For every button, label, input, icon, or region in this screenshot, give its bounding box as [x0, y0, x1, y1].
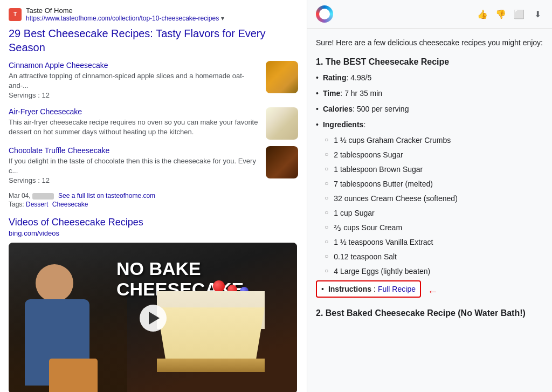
see-full-link[interactable]: See a full list on tasteofhome.com — [58, 192, 155, 200]
bullet-dot: • — [316, 119, 319, 130]
recipe-info: Chocolate Truffle Cheesecake If you deli… — [9, 146, 260, 186]
recipe-desc: This air-fryer cheesecake recipe require… — [9, 118, 260, 137]
ingredient-item: ○ ⅔ cups Sour Cream — [325, 222, 543, 233]
sub-dot: ○ — [325, 222, 328, 232]
chat-header: 👍 👎 ⬜ ⬇ — [307, 0, 552, 29]
ingredient-text: 4 Large Eggs (lightly beaten) — [334, 266, 430, 277]
meta-line: Mar 04, See a full list on tasteofhome.c… — [9, 192, 298, 200]
ingredient-item: ○ 1 ½ teaspoons Vanilla Extract — [325, 237, 543, 248]
meta-date: Mar 04, — [9, 192, 54, 200]
rating-label: Rating — [323, 73, 347, 82]
main-search-title[interactable]: 29 Best Cheesecake Recipes: Tasty Flavor… — [9, 26, 298, 54]
ingredient-text: 1 cup Sugar — [334, 208, 375, 219]
berry-red-1 — [213, 280, 225, 292]
tag-dessert[interactable]: Dessert — [26, 201, 48, 208]
ingredient-text: 1 tablespoon Brown Sugar — [334, 164, 423, 175]
recipe-servings: Servings : 12 — [9, 176, 260, 185]
source-url: https://www.tasteofhome.com/collection/t… — [26, 15, 224, 22]
videos-source-link[interactable]: bing.com/videos — [9, 229, 59, 237]
sub-dot: ○ — [325, 208, 328, 217]
rating-value: 4.98/5 — [350, 73, 371, 82]
video-thumbnail[interactable]: NO BAKE CHEESECAKE — [9, 243, 297, 392]
full-recipe-link[interactable]: Full Recipe — [378, 285, 416, 293]
ingredients-label: Ingredients — [323, 119, 363, 130]
apron — [49, 359, 98, 392]
recipe-servings: Servings : 12 — [9, 91, 260, 100]
instructions-row: • Instructions: Full Recipe ← — [316, 280, 543, 302]
recipe-title[interactable]: Air-Fryer Cheesecake — [9, 107, 260, 116]
bullet-dot: • — [316, 104, 319, 115]
ingredient-item: ○ 32 ounces Cream Cheese (softened) — [325, 193, 543, 204]
source-name: Taste Of Home — [26, 6, 224, 15]
sub-dot: ○ — [325, 193, 328, 203]
calories-label: Calories — [323, 105, 353, 113]
ingredient-text: 0.12 teaspoon Salt — [334, 251, 397, 263]
slice-crust — [157, 359, 265, 372]
sub-dot: ○ — [325, 178, 328, 188]
videos-section-title[interactable]: Videos of Cheesecake Recipes — [9, 217, 298, 228]
play-button[interactable] — [140, 305, 167, 332]
source-favicon: T — [9, 8, 22, 21]
bullet-dot: • — [316, 88, 319, 99]
recipe-info: Air-Fryer Cheesecake This air-fryer chee… — [9, 107, 260, 140]
left-panel: T Taste Of Home https://www.tasteofhome.… — [0, 0, 307, 392]
header-actions: 👍 👎 ⬜ ⬇ — [477, 8, 543, 20]
chat-content: Sure! Here are a few delicious cheesecak… — [307, 29, 552, 392]
recipe-item: Cinnamon Apple Cheesecake An attractive … — [9, 61, 298, 101]
ingredient-text: ⅔ cups Sour Cream — [334, 222, 402, 233]
ingredient-text: 1 ½ teaspoons Vanilla Extract — [334, 237, 433, 248]
copilot-logo-inner — [319, 9, 330, 19]
sub-dot: ○ — [325, 135, 328, 145]
ingredient-item: ○ 2 tablespoons Sugar — [325, 149, 543, 161]
download-icon[interactable]: ⬇ — [532, 8, 543, 20]
recipe-2-title: 2. Best Baked Cheesecake Recipe (No Wate… — [316, 308, 543, 318]
person-silhouette — [9, 253, 127, 392]
tag-cheesecake[interactable]: Cheesecake — [52, 201, 88, 208]
instructions-label: Instructions — [328, 285, 371, 293]
thumbs-down-icon[interactable]: 👎 — [495, 8, 507, 20]
ingredient-text: 1 ½ cups Graham Cracker Crumbs — [334, 135, 451, 146]
sub-dot: ○ — [325, 237, 328, 246]
recipe-1-title: 1. The BEST Cheesecake Recipe — [316, 57, 543, 67]
ingredient-item: ○ 7 tablespoons Butter (melted) — [325, 178, 543, 190]
bullet-calories: • Calories: 500 per serving — [316, 104, 543, 115]
sub-dot: ○ — [325, 251, 328, 261]
bullet-rating: • Rating: 4.98/5 — [316, 72, 543, 84]
intro-text: Sure! Here are a few delicious cheesecak… — [316, 37, 543, 49]
ingredient-item: ○ 1 tablespoon Brown Sugar — [325, 164, 543, 175]
instructions-bullet: • — [321, 285, 324, 293]
blurred-date — [32, 193, 54, 200]
source-header: T Taste Of Home https://www.tasteofhome.… — [9, 6, 298, 22]
recipe-title[interactable]: Cinnamon Apple Cheesecake — [9, 61, 260, 70]
recipe-title[interactable]: Chocolate Truffle Cheesecake — [9, 146, 260, 155]
recipe-item: Chocolate Truffle Cheesecake If you deli… — [9, 146, 298, 186]
bullet-dot: • — [316, 72, 319, 84]
bullet-ingredients: • Ingredients: — [316, 119, 543, 130]
tags-label: Tags: — [9, 201, 24, 208]
sub-dot: ○ — [325, 266, 328, 276]
time-value: 7 hr 35 min — [344, 89, 382, 98]
copy-icon[interactable]: ⬜ — [513, 8, 525, 20]
person-head — [36, 264, 73, 302]
ingredient-item: ○ 1 ½ cups Graham Cracker Crumbs — [325, 135, 543, 146]
videos-source: bing.com/videos — [9, 229, 298, 237]
recipe-thumbnail-chocolate — [266, 146, 298, 178]
recipe-desc: If you delight in the taste of chocolate… — [9, 156, 260, 176]
ingredient-item: ○ 1 cup Sugar — [325, 208, 543, 219]
ingredient-text: 2 tablespoons Sugar — [334, 149, 403, 161]
ingredient-text: 32 ounces Cream Cheese (softened) — [334, 193, 458, 204]
thumbs-up-icon[interactable]: 👍 — [477, 8, 488, 20]
sub-dot: ○ — [325, 164, 328, 174]
ingredient-item: ○ 4 Large Eggs (lightly beaten) — [325, 266, 543, 277]
cheesecake-slice — [157, 275, 265, 372]
calories-value: 500 per serving — [357, 105, 409, 113]
video-bg: NO BAKE CHEESECAKE — [9, 243, 297, 392]
ingredient-text: 7 tablespoons Butter (melted) — [334, 178, 433, 190]
videos-section: Videos of Cheesecake Recipes bing.com/vi… — [9, 217, 298, 392]
recipe-thumbnail-apple — [266, 61, 298, 93]
right-panel: 👍 👎 ⬜ ⬇ Sure! Here are a few delicious c… — [307, 0, 552, 392]
tags-line: Tags: Dessert Cheesecake — [9, 201, 298, 208]
instructions-box: • Instructions: Full Recipe — [316, 280, 421, 298]
source-info: Taste Of Home https://www.tasteofhome.co… — [26, 6, 224, 22]
recipe-thumbnail-airfryer — [266, 107, 298, 140]
